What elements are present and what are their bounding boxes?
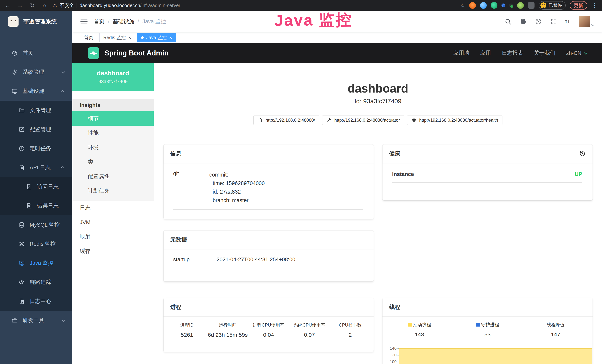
tab-redis-monitor[interactable]: Redis 监控 × <box>99 33 135 42</box>
git-commit-line: commit: <box>209 171 363 179</box>
help-icon[interactable] <box>535 18 542 25</box>
health-url-link[interactable]: http://192.168.0.2:48080/actuator/health <box>407 116 502 125</box>
sba-body: dashboard 93a3fc7f7409 Insights 细节 性能 环境… <box>72 63 602 364</box>
card-title: 线程 <box>389 303 400 311</box>
sba-locale-value: zh-CN <box>566 50 581 56</box>
extension-green-icon[interactable] <box>491 2 497 9</box>
sidebar-item-system[interactable]: 系统管理 <box>0 63 72 82</box>
annotation-text: Java 监控 <box>274 9 352 31</box>
app-frame: 芋道管理系统 首页 系统管理 基础设施 文件管理 <box>0 11 602 364</box>
instance-url: http://192.168.0.2:48080/ <box>266 118 315 123</box>
legend-label: 守护进程 <box>481 322 499 328</box>
sba-nav-applications[interactable]: 应用 <box>480 49 491 57</box>
history-icon[interactable] <box>579 150 586 157</box>
legend-value: 147 <box>522 331 590 338</box>
browser-menu-icon[interactable]: ⋮ <box>592 2 598 9</box>
sidebar-item-error-log[interactable]: 错误日志 <box>0 196 72 215</box>
sba-item-details[interactable]: 细节 <box>72 111 154 126</box>
sidebar-item-access-log[interactable]: 访问日志 <box>0 177 72 196</box>
sba-nav-journal[interactable]: 日志报表 <box>502 49 523 57</box>
sba-nav-about[interactable]: 关于我们 <box>534 49 556 57</box>
bookmark-star-icon[interactable]: ☆ <box>460 2 465 9</box>
breadcrumb-item[interactable]: 基础设施 <box>113 18 134 25</box>
sba-section-insights[interactable]: Insights <box>72 99 154 111</box>
sidebar-item-redis[interactable]: Redis 监控 <box>0 234 72 254</box>
card-title: 健康 <box>389 150 400 157</box>
sba-brand-label: Spring Boot Admin <box>105 49 169 57</box>
y-tick: 100 <box>390 358 399 364</box>
sidebar-item-label: 首页 <box>23 49 33 57</box>
sba-item-caches[interactable]: 缓存 <box>72 244 154 258</box>
sidebar-item-devtools[interactable]: 研发工具 <box>0 311 72 330</box>
extension-fox-icon[interactable] <box>469 2 476 9</box>
sba-item-logs[interactable]: 日志 <box>72 201 154 215</box>
extension-leaf-icon[interactable] <box>517 2 524 9</box>
reload-icon[interactable]: ↻ <box>29 2 36 9</box>
active-dot <box>141 36 144 39</box>
extension-grid-icon[interactable] <box>502 3 505 7</box>
sidebar-item-config[interactable]: 配置管理 <box>0 120 72 139</box>
sba-brand[interactable]: Spring Boot Admin <box>88 47 169 59</box>
home-icon[interactable]: ⌂ <box>41 2 48 9</box>
site-security[interactable]: ⚠ 不安全 <box>53 2 74 9</box>
font-size-icon[interactable]: tT <box>565 18 570 25</box>
java-monitor-icon <box>19 260 25 266</box>
fullscreen-icon[interactable] <box>550 18 557 25</box>
clock-icon <box>19 145 25 152</box>
tab-java-monitor[interactable]: Java 监控 × <box>137 33 176 42</box>
sba-header: Spring Boot Admin 应用墙 应用 日志报表 关于我们 zh-CN <box>72 43 602 63</box>
sba-item-classes[interactable]: 类 <box>72 155 154 169</box>
search-icon[interactable] <box>505 18 512 25</box>
sidebar-item-mysql[interactable]: MySQL 监控 <box>0 215 72 234</box>
sba-item-scheduled-tasks[interactable]: 计划任务 <box>72 183 154 198</box>
process-col-value: 2 <box>330 332 371 338</box>
sba-item-config-props[interactable]: 配置属性 <box>72 169 154 183</box>
back-icon[interactable]: ← <box>4 2 11 9</box>
forward-icon[interactable]: → <box>17 2 23 9</box>
tab-home[interactable]: 首页 <box>80 33 97 42</box>
sidebar-item-files[interactable]: 文件管理 <box>0 101 72 120</box>
extensions-puzzle-icon[interactable] <box>528 2 535 9</box>
profile-paused-badge[interactable]: 已暂停 <box>538 1 566 10</box>
sidebar-item-log-center[interactable]: 日志中心 <box>0 292 72 311</box>
metadata-card-body: startup 2021-04-27T00:44:31.254+08:00 <box>163 249 374 267</box>
tab-label: 首页 <box>84 34 93 41</box>
sba-locale-select[interactable]: zh-CN <box>566 50 586 56</box>
address-bar[interactable]: dashboard.yudao.iocoder.cn/infra/admin-s… <box>80 3 180 8</box>
document-icon <box>19 164 25 171</box>
sidebar-item-home[interactable]: 首页 <box>0 43 72 63</box>
infra-submenu: 文件管理 配置管理 定时任务 API 日志 访问日志 <box>0 101 72 311</box>
sba-instance-header[interactable]: dashboard 93a3fc7f7409 <box>72 63 154 91</box>
live-threads-area <box>399 348 592 364</box>
sba-item-mappings[interactable]: 映射 <box>72 230 154 244</box>
process-col-label: 系统CPU使用率 <box>289 322 330 328</box>
card-title: 信息 <box>170 150 181 157</box>
sidebar-item-java-monitor[interactable]: Java 监控 <box>0 254 72 273</box>
sba-item-jvm[interactable]: JVM <box>72 215 154 230</box>
sidebar-item-infra[interactable]: 基础设施 <box>0 82 72 101</box>
sba-nav-wallboard[interactable]: 应用墙 <box>453 49 469 57</box>
app-logo-row[interactable]: 芋道管理系统 <box>0 11 72 32</box>
sidebar-item-api-log[interactable]: API 日志 <box>0 158 72 177</box>
sidebar-item-label: 日志中心 <box>30 298 51 305</box>
close-icon[interactable]: × <box>128 35 131 40</box>
extension-toggle-icon[interactable] <box>509 3 513 7</box>
sba-item-metrics[interactable]: 性能 <box>72 126 154 140</box>
user-menu[interactable] <box>579 16 594 27</box>
extension-drop-icon[interactable] <box>480 2 487 9</box>
instance-url-link[interactable]: http://192.168.0.2:48080/ <box>253 116 319 125</box>
sidebar-item-jobs[interactable]: 定时任务 <box>0 139 72 158</box>
breadcrumb-item[interactable]: 首页 <box>94 18 105 25</box>
legend-value: 53 <box>453 331 522 338</box>
github-icon[interactable] <box>520 18 527 25</box>
chart-y-axis: 140 120 100 <box>383 345 399 364</box>
actuator-url-link[interactable]: http://192.168.0.2:48080/actuator <box>322 116 404 125</box>
close-icon[interactable]: × <box>169 35 172 40</box>
chrome-update-button[interactable]: 更新 <box>570 1 587 10</box>
sidebar-item-trace[interactable]: 链路追踪 <box>0 273 72 292</box>
sidebar-item-label: 配置管理 <box>30 126 51 133</box>
sba-item-environment[interactable]: 环境 <box>72 140 154 155</box>
hamburger-icon[interactable] <box>80 19 87 24</box>
sba-insights-group: 细节 性能 环境 类 配置属性 计划任务 <box>72 111 154 201</box>
sidebar-item-label: 访问日志 <box>37 183 59 191</box>
